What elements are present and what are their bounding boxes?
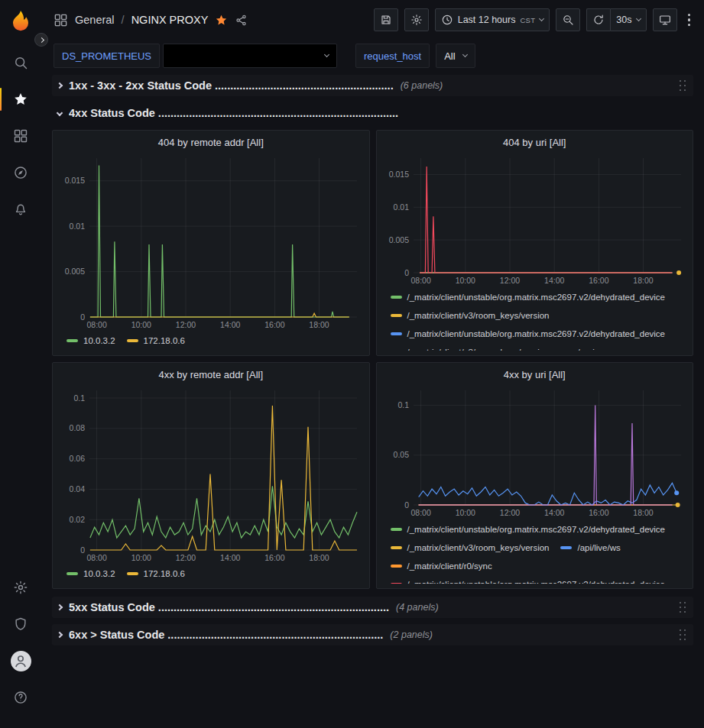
search-icon [13,55,28,70]
sidebar [0,0,41,728]
zoom-out-button[interactable] [556,8,580,31]
dashboard-row-5xx[interactable]: 5xx Status Code ........................… [52,597,693,618]
explore-compass-icon [13,165,28,180]
clock-icon [441,14,453,26]
legend-item[interactable]: /_matrix/client/v3/room_keys/version [391,539,550,557]
panel-chart[interactable]: 08:0010:0012:0014:0016:0018:0000.0050.01… [59,152,363,331]
save-dashboard-button[interactable] [374,8,398,31]
legend-item[interactable]: /_matrix/client/v3/room_keys/version [391,343,550,351]
svg-text:18:00: 18:00 [633,508,653,517]
apps-grid-icon[interactable] [54,13,68,28]
row-panel-count: (6 panels) [401,80,443,91]
svg-text:10:00: 10:00 [455,276,475,285]
time-range-picker[interactable]: Last 12 hours CST [435,8,550,31]
request-host-variable-select[interactable]: All [436,44,475,68]
sidebar-item-server-admin[interactable] [0,606,41,642]
chevron-right-icon [57,83,63,89]
grafana-flame-icon [9,9,32,32]
legend-item[interactable]: 172.18.0.6 [127,565,185,583]
chevron-down-icon [635,16,641,21]
sidebar-item-starred[interactable] [0,81,41,118]
dashboard-row-4xx[interactable]: 4xx Status Code ........................… [52,102,693,124]
datasource-variable-label[interactable]: DS_PROMETHEUS [54,44,160,68]
svg-text:0.05: 0.05 [393,450,409,459]
gear-icon [410,14,423,26]
star-filled-icon [215,14,228,27]
main-area: General / NGINX PROXY La [41,0,704,728]
row-drag-handle[interactable] [677,77,687,94]
more-options-button[interactable] [683,11,696,30]
favorite-star-button[interactable] [215,14,228,27]
dashboard-row-1xx-3xx-2xx[interactable]: 1xx - 3xx - 2xx Status Code ............… [52,75,693,96]
chevron-down-icon [324,52,329,57]
legend-item[interactable]: /_matrix/client/unstable/org.matrix.msc2… [391,520,666,539]
panel-chart[interactable]: 08:0010:0012:0014:0016:0018:0000.050.1 [383,384,687,519]
sidebar-expand-button[interactable] [34,33,48,47]
svg-text:0: 0 [80,312,85,322]
dashboard-settings-button[interactable] [404,8,429,31]
breadcrumb-folder[interactable]: General [75,14,115,26]
shield-icon [13,616,28,632]
row-drag-handle[interactable] [677,626,687,643]
svg-text:14:00: 14:00 [544,508,564,517]
legend-item[interactable]: /_matrix/client/r0/sync [391,557,492,575]
panel-404-by-remote-addr: 404 by remote addr [All] 08:0010:0012:00… [52,130,370,356]
sidebar-item-help[interactable] [0,679,41,716]
legend-item[interactable]: /_matrix/client/unstable/org.matrix.msc2… [391,288,666,306]
svg-text:08:00: 08:00 [86,320,106,329]
legend-item[interactable]: 10.0.3.2 [67,332,115,350]
row-title-dots: ........................................… [158,107,398,119]
alerting-bell-icon [13,202,28,217]
legend-item[interactable]: /_matrix/client/unstable/org.matrix.msc2… [391,575,666,584]
legend-item[interactable]: /_matrix/client/unstable/org.matrix.msc2… [391,325,666,343]
grafana-app: General / NGINX PROXY La [0,0,704,728]
sidebar-item-configuration[interactable] [0,569,41,606]
panel-title[interactable]: 404 by uri [All] [383,134,687,152]
chevron-down-icon [539,16,544,21]
panel-title[interactable]: 4xx by uri [All] [383,366,687,384]
sidebar-item-profile[interactable] [0,642,41,679]
save-icon [380,14,392,26]
share-icon [235,14,248,27]
svg-text:16:00: 16:00 [589,508,608,517]
svg-text:12:00: 12:00 [499,276,519,285]
legend-item[interactable]: /sw.js [560,343,599,351]
svg-text:16:00: 16:00 [589,276,608,285]
time-range-label: Last 12 hours [458,15,516,25]
row-title-dots: ........................................… [167,629,383,641]
panel-legend: 10.0.3.2172.18.0.6 [59,331,363,351]
refresh-icon [592,14,605,26]
panel-chart[interactable]: 08:0010:0012:0014:0016:0018:0000.0050.01… [383,152,687,286]
legend-item[interactable]: /_matrix/client/v3/room_keys/version [391,306,550,325]
row-title: 4xx Status Code [69,107,155,119]
sidebar-item-explore[interactable] [0,154,41,191]
panel-chart[interactable]: 08:0010:0012:0014:0016:0018:0000.020.040… [59,384,363,564]
sidebar-item-dashboards[interactable] [0,118,41,154]
svg-text:0.06: 0.06 [70,454,86,463]
share-button[interactable] [235,14,248,27]
request-host-variable-label[interactable]: request_host [355,44,430,68]
legend-item[interactable]: /api/live/ws [560,539,620,557]
legend-item[interactable]: 10.0.3.2 [67,565,115,583]
tv-mode-button[interactable] [653,8,677,31]
sidebar-item-alerting[interactable] [0,191,41,228]
dashboard-row-6xx[interactable]: 6xx > Status Code ......................… [52,624,693,645]
refresh-interval-dropdown[interactable]: 30s [610,8,646,31]
panel-title[interactable]: 404 by remote addr [All] [59,134,363,152]
row-drag-handle[interactable] [677,599,687,616]
grafana-logo[interactable] [9,9,32,32]
dashboards-grid-icon [13,128,28,144]
dashboard-content: 1xx - 3xx - 2xx Status Code ............… [41,72,704,728]
panel-title[interactable]: 4xx by remote addr [All] [59,366,363,384]
refresh-button[interactable] [586,8,610,31]
refresh-interval-value: 30s [616,15,631,25]
top-navbar: General / NGINX PROXY La [41,0,704,40]
panel-404-by-uri: 404 by uri [All] 08:0010:0012:0014:0016:… [376,130,694,356]
svg-text:0: 0 [80,545,85,555]
sidebar-item-search[interactable] [0,44,41,81]
legend-item[interactable]: 172.18.0.6 [127,332,185,350]
datasource-variable-select[interactable] [163,44,337,68]
svg-text:14:00: 14:00 [220,320,240,329]
svg-text:16:00: 16:00 [264,553,284,562]
dashboard-title[interactable]: NGINX PROXY [131,14,209,26]
